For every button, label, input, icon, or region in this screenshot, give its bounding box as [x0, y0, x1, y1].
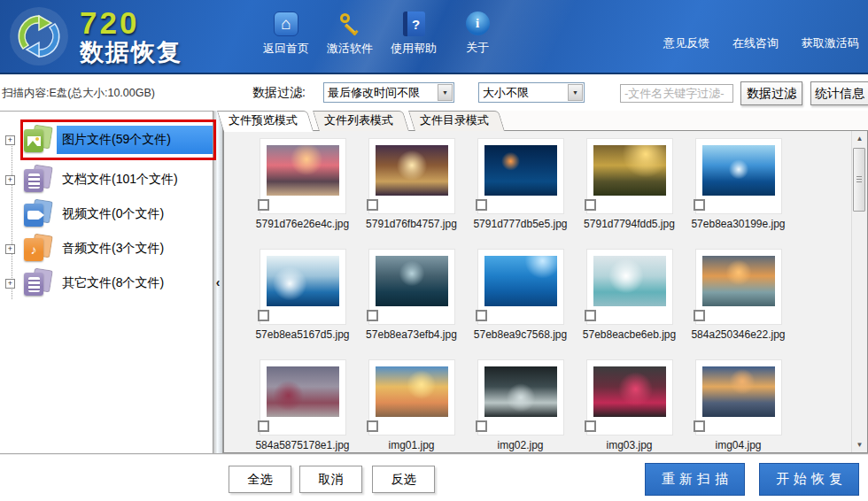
app-header: 720 数据恢复 ⌂ 返回首页 激活软件 ? 使用帮助 i 关于 意见反馈在线咨… [0, 0, 868, 74]
sidebar-item-audio[interactable]: + ♪ 音频文件(3个文件) [0, 232, 213, 266]
rescan-button[interactable]: 重新扫描 [645, 463, 745, 496]
thumbnail-filename: 584a250346e22.jpg [691, 328, 785, 341]
toolbar-button-activate[interactable]: 激活软件 [326, 12, 374, 57]
time-filter-select[interactable]: 最后修改时间不限 ▼ [323, 82, 454, 103]
thumbnail-filename: 57eb8ea9c7568.jpg [474, 328, 567, 341]
thumbnail-image[interactable] [593, 256, 666, 306]
app-window: 720 数据恢复 ⌂ 返回首页 激活软件 ? 使用帮助 i 关于 意见反馈在线咨… [0, 0, 868, 501]
thumbnail-checkbox[interactable] [367, 420, 378, 432]
tab-directory[interactable]: 文件目录模式 [415, 111, 501, 131]
thumbnail-filename: 57eb8eacbe6eb.jpg [583, 328, 676, 341]
gallery-item: 57eb8ea30199e.jpg [684, 139, 793, 250]
video-files-icon [21, 200, 53, 228]
app-logo: 720 数据恢复 [5, 3, 182, 70]
file-type-tree: + 图片文件(59个文件) + 文档文件(101个文件) + 视频文件(0个文件… [0, 111, 213, 453]
tree-expander-icon[interactable]: + [5, 175, 15, 185]
vertical-scrollbar[interactable]: ▲ ▼ [851, 131, 867, 452]
thumbnail-image[interactable] [267, 256, 339, 306]
thumbnail-filename: 5791d76fb4757.jpg [366, 218, 457, 230]
thumbnail-image[interactable] [484, 256, 557, 306]
sidebar-item-images[interactable]: + 图片文件(59个文件) [0, 123, 213, 157]
thumbnail-checkbox[interactable] [258, 420, 269, 432]
tree-item-label: 音频文件(3个文件) [62, 241, 164, 257]
thumbnail-checkbox[interactable] [585, 199, 596, 211]
toolbar-button-about[interactable]: i 关于 [453, 12, 501, 57]
thumbnail-image[interactable] [484, 366, 557, 417]
scrollbar-thumb[interactable] [853, 148, 865, 212]
tree-expander-icon[interactable]: + [5, 279, 15, 289]
thumbnail-checkbox[interactable] [258, 199, 269, 211]
view-mode-tabs: 文件预览模式文件列表模式文件目录模式 [223, 111, 868, 131]
thumbnail-checkbox[interactable] [476, 199, 487, 211]
tree-item-label: 图片文件(59个文件) [62, 132, 171, 148]
gallery-item: 5791d777db5e5.jpg [466, 139, 575, 250]
scroll-down-icon[interactable]: ▼ [853, 438, 866, 451]
main-content: 文件预览模式文件列表模式文件目录模式 5791d76e26e4c.jpg 579… [223, 111, 868, 453]
thumbnail-filename: 5791d7794fdd5.jpg [584, 218, 675, 230]
logo-number: 720 [80, 7, 182, 39]
thumbnail-checkbox[interactable] [694, 310, 705, 321]
start-recovery-button[interactable]: 开始恢复 [759, 463, 859, 496]
thumbnail-checkbox[interactable] [585, 420, 596, 432]
thumbnail-checkbox[interactable] [585, 310, 596, 321]
header-link-consult[interactable]: 在线咨询 [732, 35, 779, 51]
tree-item-label: 视频文件(0个文件) [62, 206, 164, 222]
header-link-activation-code[interactable]: 获取激活码 [802, 35, 859, 51]
thumbnail-filename: 57eb8ea30199e.jpg [691, 218, 785, 230]
tree-item-label: 其它文件(8个文件) [62, 275, 164, 291]
thumbnail-filename: img03.jpg [606, 439, 652, 451]
thumbnail-image[interactable] [702, 366, 775, 417]
filter-bar: 扫描内容:E盘(总大小:10.00GB) 数据过滤: 最后修改时间不限 ▼ 大小… [0, 76, 868, 111]
tab-label: 文件列表模式 [324, 113, 393, 127]
thumbnail-image[interactable] [593, 366, 666, 417]
collapse-panel-icon[interactable]: ‹ [216, 275, 221, 289]
panel-splitter[interactable]: ‹ [213, 111, 223, 453]
cancel-button[interactable]: 取消 [299, 466, 362, 493]
gallery-item: img01.jpg [357, 360, 466, 452]
chevron-down-icon[interactable]: ▼ [568, 84, 583, 101]
tab-preview[interactable]: 文件预览模式 [223, 111, 310, 131]
sidebar-item-other[interactable]: + 其它文件(8个文件) [0, 266, 213, 300]
thumbnail-image[interactable] [484, 145, 557, 196]
select-all-button[interactable]: 全选 [229, 466, 291, 493]
chevron-down-icon[interactable]: ▼ [438, 84, 453, 101]
gallery-item: img02.jpg [466, 360, 575, 452]
tree-expander-icon[interactable]: + [5, 244, 15, 254]
thumbnail-checkbox[interactable] [476, 310, 487, 321]
tab-label: 文件预览模式 [229, 113, 298, 127]
thumbnail-image[interactable] [702, 256, 775, 306]
document-files-icon [21, 166, 53, 194]
keyword-filter-input[interactable] [620, 84, 733, 103]
thumbnail-image[interactable] [376, 366, 448, 417]
thumbnail-filename: img04.jpg [715, 439, 761, 451]
thumbnail-image[interactable] [376, 145, 448, 196]
tree-expander-icon[interactable]: + [5, 135, 15, 145]
thumbnail-checkbox[interactable] [367, 199, 378, 211]
thumbnail-checkbox[interactable] [694, 420, 705, 432]
sidebar-item-docs[interactable]: + 文档文件(101个文件) [0, 163, 213, 197]
tab-list[interactable]: 文件列表模式 [319, 111, 406, 131]
gallery-item: 584a5875178e1.jpg [248, 360, 357, 452]
toolbar-button-home[interactable]: ⌂ 返回首页 [262, 12, 310, 57]
thumbnail-checkbox[interactable] [694, 199, 705, 211]
thumbnail-checkbox[interactable] [367, 310, 378, 321]
thumbnail-image[interactable] [267, 145, 339, 196]
tab-label: 文件目录模式 [420, 113, 489, 127]
sidebar-item-videos[interactable]: + 视频文件(0个文件) [0, 197, 213, 231]
thumbnail-checkbox[interactable] [258, 310, 269, 321]
image-files-icon [21, 126, 53, 154]
scroll-up-icon[interactable]: ▲ [853, 132, 866, 145]
size-filter-select[interactable]: 大小不限 ▼ [478, 82, 585, 103]
statistics-button[interactable]: 统计信息 [810, 81, 868, 105]
file-preview-panel: 5791d76e26e4c.jpg 5791d76fb4757.jpg 5791… [223, 131, 868, 453]
thumbnail-image[interactable] [702, 145, 775, 196]
invert-selection-button[interactable]: 反选 [372, 466, 435, 493]
thumbnail-checkbox[interactable] [476, 420, 487, 432]
header-link-feedback[interactable]: 意见反馈 [663, 35, 709, 51]
toolbar-button-help[interactable]: ? 使用帮助 [390, 12, 438, 57]
thumbnail-image[interactable] [376, 256, 448, 306]
thumbnail-image[interactable] [267, 366, 339, 417]
thumbnail-image[interactable] [593, 145, 666, 196]
thumbnail-filename: img02.jpg [497, 439, 543, 451]
apply-filter-button[interactable]: 数据过滤 [740, 81, 802, 105]
